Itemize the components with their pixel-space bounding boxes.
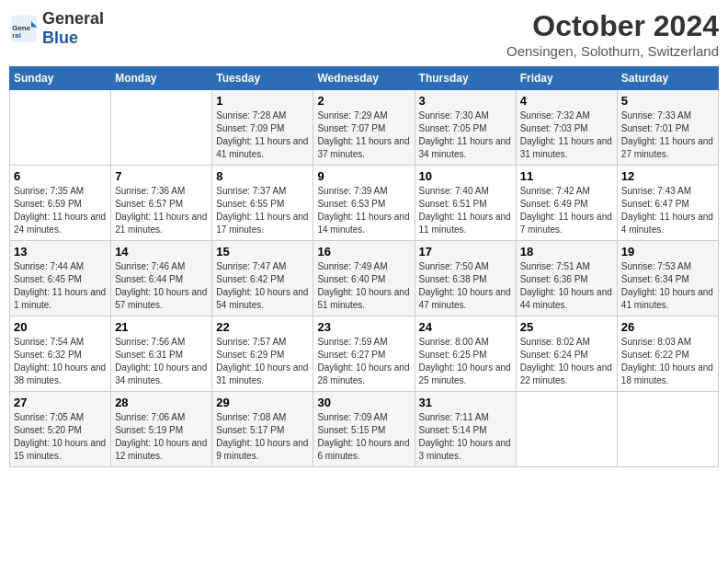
calendar-cell: 13Sunrise: 7:44 AM Sunset: 6:45 PM Dayli… [10,241,111,316]
calendar-cell: 16Sunrise: 7:49 AM Sunset: 6:40 PM Dayli… [313,241,415,316]
day-info: Sunrise: 7:51 AM Sunset: 6:36 PM Dayligh… [520,260,613,312]
calendar-cell: 17Sunrise: 7:50 AM Sunset: 6:38 PM Dayli… [415,241,516,316]
calendar-cell: 15Sunrise: 7:47 AM Sunset: 6:42 PM Dayli… [212,241,313,316]
calendar-week-row: 6Sunrise: 7:35 AM Sunset: 6:59 PM Daylig… [10,166,719,241]
day-info: Sunrise: 7:08 AM Sunset: 5:17 PM Dayligh… [216,411,309,463]
day-info: Sunrise: 7:47 AM Sunset: 6:42 PM Dayligh… [216,260,309,312]
calendar-cell: 27Sunrise: 7:05 AM Sunset: 5:20 PM Dayli… [10,392,111,467]
day-info: Sunrise: 7:53 AM Sunset: 6:34 PM Dayligh… [621,260,714,312]
day-number: 23 [317,320,410,334]
calendar-cell [111,90,212,166]
day-number: 13 [14,245,107,259]
day-number: 19 [621,245,714,259]
calendar-cell: 22Sunrise: 7:57 AM Sunset: 6:29 PM Dayli… [212,316,313,392]
weekday-header: Saturday [617,67,718,90]
calendar-cell: 19Sunrise: 7:53 AM Sunset: 6:34 PM Dayli… [617,241,718,316]
calendar-header-row: SundayMondayTuesdayWednesdayThursdayFrid… [10,67,719,90]
day-number: 24 [419,320,512,334]
logo-blue-text: Blue [42,29,78,47]
day-info: Sunrise: 7:46 AM Sunset: 6:44 PM Dayligh… [115,260,208,312]
calendar-cell: 30Sunrise: 7:09 AM Sunset: 5:15 PM Dayli… [313,392,415,467]
day-number: 15 [216,245,309,259]
day-info: Sunrise: 7:05 AM Sunset: 5:20 PM Dayligh… [14,411,107,463]
calendar-cell: 6Sunrise: 7:35 AM Sunset: 6:59 PM Daylig… [10,166,111,241]
day-number: 26 [621,320,714,334]
day-number: 31 [419,396,512,409]
calendar-week-row: 13Sunrise: 7:44 AM Sunset: 6:45 PM Dayli… [10,241,719,316]
calendar-cell [516,392,617,467]
calendar-cell [10,90,111,166]
calendar-cell: 4Sunrise: 7:32 AM Sunset: 7:03 PM Daylig… [516,90,617,166]
day-number: 5 [621,94,714,108]
day-info: Sunrise: 7:06 AM Sunset: 5:19 PM Dayligh… [115,411,208,463]
day-info: Sunrise: 7:44 AM Sunset: 6:45 PM Dayligh… [14,260,107,312]
day-number: 16 [317,245,410,259]
calendar-week-row: 20Sunrise: 7:54 AM Sunset: 6:32 PM Dayli… [10,316,719,392]
day-info: Sunrise: 8:02 AM Sunset: 6:24 PM Dayligh… [520,336,613,387]
calendar-cell: 26Sunrise: 8:03 AM Sunset: 6:22 PM Dayli… [617,316,718,392]
day-number: 1 [216,94,309,108]
day-number: 7 [115,169,208,183]
day-info: Sunrise: 7:09 AM Sunset: 5:15 PM Dayligh… [317,411,410,463]
calendar-cell: 8Sunrise: 7:37 AM Sunset: 6:55 PM Daylig… [212,166,313,241]
day-info: Sunrise: 7:43 AM Sunset: 6:47 PM Dayligh… [621,185,714,236]
weekday-header: Tuesday [212,67,313,90]
logo-icon: Gene ral [9,14,39,43]
calendar-cell: 18Sunrise: 7:51 AM Sunset: 6:36 PM Dayli… [516,241,617,316]
day-info: Sunrise: 7:29 AM Sunset: 7:07 PM Dayligh… [317,109,410,161]
day-number: 12 [621,169,714,183]
day-info: Sunrise: 7:42 AM Sunset: 6:49 PM Dayligh… [520,185,613,236]
calendar-cell: 11Sunrise: 7:42 AM Sunset: 6:49 PM Dayli… [516,166,617,241]
day-info: Sunrise: 7:57 AM Sunset: 6:29 PM Dayligh… [216,336,309,387]
day-number: 10 [419,169,512,183]
svg-text:ral: ral [12,31,21,40]
calendar-cell: 9Sunrise: 7:39 AM Sunset: 6:53 PM Daylig… [313,166,415,241]
day-info: Sunrise: 7:35 AM Sunset: 6:59 PM Dayligh… [14,185,107,236]
calendar-cell: 29Sunrise: 7:08 AM Sunset: 5:17 PM Dayli… [212,392,313,467]
day-number: 11 [520,169,613,183]
day-info: Sunrise: 7:30 AM Sunset: 7:05 PM Dayligh… [419,109,512,161]
calendar-cell: 24Sunrise: 8:00 AM Sunset: 6:25 PM Dayli… [415,316,516,392]
calendar-cell: 12Sunrise: 7:43 AM Sunset: 6:47 PM Dayli… [617,166,718,241]
day-number: 8 [216,169,309,183]
calendar-body: 1Sunrise: 7:28 AM Sunset: 7:09 PM Daylig… [10,90,719,467]
day-info: Sunrise: 7:37 AM Sunset: 6:55 PM Dayligh… [216,185,309,236]
day-number: 21 [115,320,208,334]
calendar-cell: 5Sunrise: 7:33 AM Sunset: 7:01 PM Daylig… [617,90,718,166]
day-number: 3 [419,94,512,108]
calendar-cell: 21Sunrise: 7:56 AM Sunset: 6:31 PM Dayli… [111,316,212,392]
calendar-week-row: 27Sunrise: 7:05 AM Sunset: 5:20 PM Dayli… [10,392,719,467]
calendar-cell: 31Sunrise: 7:11 AM Sunset: 5:14 PM Dayli… [415,392,516,467]
day-number: 4 [520,94,613,108]
day-number: 2 [317,94,410,108]
day-info: Sunrise: 7:59 AM Sunset: 6:27 PM Dayligh… [317,336,410,387]
page-header: Gene ral General Blue October 2024 Oensi… [9,9,719,59]
calendar-cell: 1Sunrise: 7:28 AM Sunset: 7:09 PM Daylig… [212,90,313,166]
calendar-cell: 2Sunrise: 7:29 AM Sunset: 7:07 PM Daylig… [313,90,415,166]
day-info: Sunrise: 8:03 AM Sunset: 6:22 PM Dayligh… [621,336,714,387]
calendar-cell: 3Sunrise: 7:30 AM Sunset: 7:05 PM Daylig… [415,90,516,166]
day-number: 20 [14,320,107,334]
day-number: 22 [216,320,309,334]
day-number: 28 [115,396,208,409]
day-number: 30 [317,396,410,409]
calendar-week-row: 1Sunrise: 7:28 AM Sunset: 7:09 PM Daylig… [10,90,719,166]
weekday-header: Thursday [415,67,516,90]
day-info: Sunrise: 7:50 AM Sunset: 6:38 PM Dayligh… [419,260,512,312]
day-number: 25 [520,320,613,334]
day-number: 18 [520,245,613,259]
calendar-cell: 10Sunrise: 7:40 AM Sunset: 6:51 PM Dayli… [415,166,516,241]
weekday-header: Wednesday [313,67,415,90]
calendar-table: SundayMondayTuesdayWednesdayThursdayFrid… [9,66,719,467]
day-number: 14 [115,245,208,259]
weekday-header: Friday [516,67,617,90]
calendar-cell: 28Sunrise: 7:06 AM Sunset: 5:19 PM Dayli… [111,392,212,467]
weekday-header: Sunday [10,67,111,90]
day-info: Sunrise: 7:33 AM Sunset: 7:01 PM Dayligh… [621,109,714,161]
day-info: Sunrise: 7:32 AM Sunset: 7:03 PM Dayligh… [520,109,613,161]
day-info: Sunrise: 7:11 AM Sunset: 5:14 PM Dayligh… [419,411,512,463]
day-info: Sunrise: 7:56 AM Sunset: 6:31 PM Dayligh… [115,336,208,387]
calendar-cell: 20Sunrise: 7:54 AM Sunset: 6:32 PM Dayli… [10,316,111,392]
day-number: 9 [317,169,410,183]
day-info: Sunrise: 7:40 AM Sunset: 6:51 PM Dayligh… [419,185,512,236]
